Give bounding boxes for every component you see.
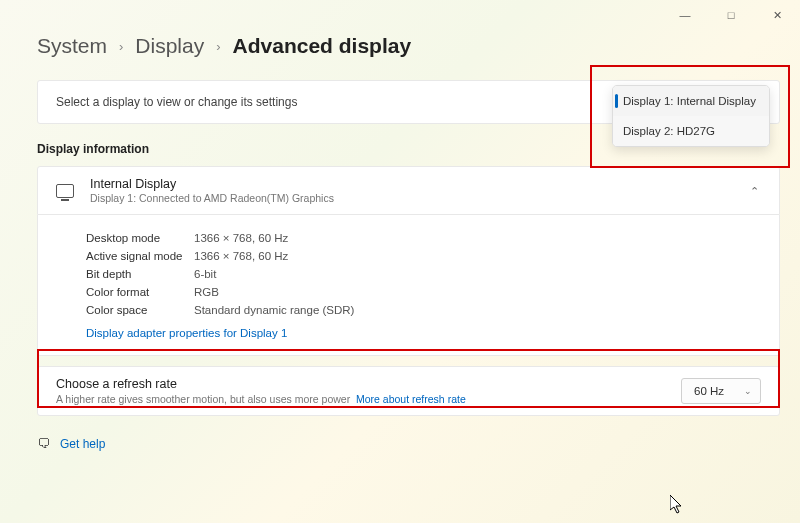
detail-row-color-format: Color format RGB (86, 283, 761, 301)
minimize-button[interactable]: — (662, 0, 708, 30)
help-icon: 🗨 (37, 436, 50, 451)
detail-label: Active signal mode (86, 250, 194, 262)
breadcrumb-display[interactable]: Display (135, 34, 204, 58)
display-header-card[interactable]: Internal Display Display 1: Connected to… (37, 166, 780, 215)
detail-row-desktop-mode: Desktop mode 1366 × 768, 60 Hz (86, 229, 761, 247)
more-about-refresh-link[interactable]: More about refresh rate (356, 393, 466, 405)
get-help-link[interactable]: Get help (60, 437, 105, 451)
breadcrumb-current: Advanced display (233, 34, 412, 58)
detail-value: 1366 × 768, 60 Hz (194, 250, 288, 262)
detail-value: 1366 × 768, 60 Hz (194, 232, 288, 244)
detail-row-color-space: Color space Standard dynamic range (SDR) (86, 301, 761, 319)
close-button[interactable]: ✕ (754, 0, 800, 30)
refresh-rate-title: Choose a refresh rate (56, 377, 466, 391)
get-help-row: 🗨 Get help (37, 436, 780, 451)
breadcrumb-system[interactable]: System (37, 34, 107, 58)
detail-label: Color space (86, 304, 194, 316)
detail-row-active-signal: Active signal mode 1366 × 768, 60 Hz (86, 247, 761, 265)
detail-label: Color format (86, 286, 194, 298)
chevron-down-icon: ⌄ (744, 386, 752, 396)
monitor-icon (56, 184, 74, 198)
refresh-rate-select[interactable]: 60 Hz ⌄ (681, 378, 761, 404)
refresh-rate-card: Choose a refresh rate A higher rate give… (37, 366, 780, 416)
detail-label: Bit depth (86, 268, 194, 280)
chevron-right-icon: › (216, 39, 220, 54)
mouse-cursor-icon (670, 495, 684, 519)
display-name: Internal Display (90, 177, 334, 191)
detail-value: RGB (194, 286, 219, 298)
display-details-card: Desktop mode 1366 × 768, 60 Hz Active si… (37, 215, 780, 356)
detail-value: 6-bit (194, 268, 216, 280)
display-selector-dropdown: Display 1: Internal Display Display 2: H… (612, 85, 770, 147)
dropdown-item-display-1[interactable]: Display 1: Internal Display (613, 86, 769, 116)
detail-label: Desktop mode (86, 232, 194, 244)
refresh-rate-value: 60 Hz (694, 385, 724, 397)
detail-row-bit-depth: Bit depth 6-bit (86, 265, 761, 283)
window-controls: — □ ✕ (662, 0, 800, 30)
dropdown-item-display-2[interactable]: Display 2: HD27G (613, 116, 769, 146)
chevron-right-icon: › (119, 39, 123, 54)
detail-value: Standard dynamic range (SDR) (194, 304, 354, 316)
select-display-prompt: Select a display to view or change its s… (56, 95, 297, 109)
chevron-up-icon: ⌃ (750, 184, 759, 197)
refresh-rate-subtitle: A higher rate gives smoother motion, but… (56, 393, 466, 405)
display-connection-info: Display 1: Connected to AMD Radeon(TM) G… (90, 192, 334, 204)
maximize-button[interactable]: □ (708, 0, 754, 30)
adapter-properties-link[interactable]: Display adapter properties for Display 1 (86, 327, 287, 339)
